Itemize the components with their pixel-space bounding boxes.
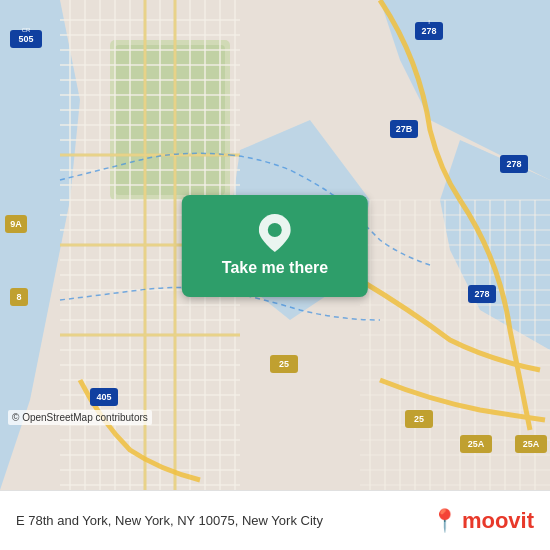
location-pin-icon xyxy=(257,215,293,251)
svg-point-114 xyxy=(268,223,282,237)
map-attribution: © OpenStreetMap contributors xyxy=(8,410,152,425)
take-me-there-button[interactable]: Take me there xyxy=(182,195,368,297)
moovit-pin-icon: 📍 xyxy=(431,508,458,534)
svg-rect-6 xyxy=(115,45,225,195)
svg-text:27B: 27B xyxy=(396,124,413,134)
svg-text:8: 8 xyxy=(16,292,21,302)
svg-text:25A: 25A xyxy=(523,439,540,449)
svg-text:278: 278 xyxy=(421,26,436,36)
svg-text:278: 278 xyxy=(474,289,489,299)
svg-text:9A: 9A xyxy=(10,219,22,229)
take-me-there-label: Take me there xyxy=(222,259,328,277)
svg-text:505: 505 xyxy=(18,34,33,44)
moovit-text-label: moovit xyxy=(462,508,534,533)
address-text: E 78th and York, New York, NY 10075, New… xyxy=(16,513,431,528)
svg-text:25: 25 xyxy=(414,414,424,424)
svg-text:25: 25 xyxy=(279,359,289,369)
svg-text:278: 278 xyxy=(506,159,521,169)
bottom-bar: E 78th and York, New York, NY 10075, New… xyxy=(0,490,550,550)
svg-text:25A: 25A xyxy=(468,439,485,449)
svg-text:CR: CR xyxy=(22,27,31,33)
svg-text:405: 405 xyxy=(96,392,111,402)
moovit-brand-text: moovit xyxy=(462,508,534,534)
map-container: 278 I 278 278 27B 405 505 CR 9A 8 25 25 … xyxy=(0,0,550,490)
moovit-logo: 📍 moovit xyxy=(431,508,534,534)
